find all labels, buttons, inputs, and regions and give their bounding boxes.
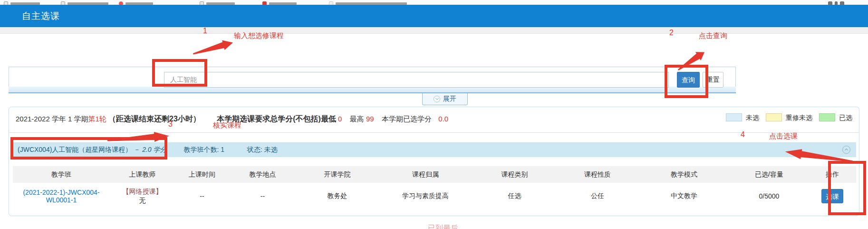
- annotation-step-3-number: 3: [168, 120, 173, 129]
- expand-label: 展开: [443, 95, 456, 103]
- annotation-arrow-1: [192, 38, 234, 58]
- class-nature: 公任: [557, 183, 638, 209]
- col-header-belong: 课程归属: [378, 166, 473, 183]
- credit-min-value: 0: [338, 115, 342, 123]
- subheader-strip: [0, 27, 868, 34]
- folder-icon: [4, 1, 8, 5]
- class-mode: 中文教学: [638, 183, 730, 209]
- highlight-box-search-input: [152, 59, 207, 87]
- annotation-step-1-text: 输入想选修课程: [234, 31, 284, 40]
- red-circle-icon: [119, 1, 123, 5]
- table-row: (2021-2022-1)-JWCX004-WL0001-1 【网络授课】无 -…: [13, 183, 856, 209]
- folder-icon: [61, 1, 65, 5]
- col-header-mode: 教学模式: [638, 166, 730, 183]
- page-header: 自主选课: [0, 5, 868, 27]
- semester-info-row: 2021-2022 学年 1 学期第1轮 （距选课结束还剩23小时） 本学期选课…: [9, 107, 859, 133]
- search-panel-footer-strip: [9, 87, 736, 93]
- teacher-name: 无: [139, 197, 146, 204]
- bookmark-item[interactable]: [329, 0, 407, 5]
- legend-swatch-selected: [819, 113, 835, 121]
- class-capacity: 0/5000: [730, 183, 809, 209]
- class-time: --: [175, 183, 229, 209]
- selected-credit-label: 本学期已选学分: [382, 115, 432, 123]
- col-header-college: 开课学院: [296, 166, 378, 183]
- highlight-box-action-column: [828, 161, 866, 215]
- class-belong: 学习与素质提高: [378, 183, 473, 209]
- legend-item-retake: 重修未选: [766, 113, 812, 122]
- annotation-step-4-number: 4: [741, 130, 745, 139]
- results-panel: 2021-2022 学年 1 学期第1轮 （距选课结束还剩23小时） 本学期选课…: [9, 107, 859, 216]
- col-header-time: 上课时间: [175, 166, 229, 183]
- legend-swatch-unselected: [726, 113, 742, 121]
- legend-swatch-retake: [766, 113, 782, 121]
- col-header-teacher: 上课教师: [110, 166, 175, 183]
- col-header-class: 教学班: [13, 166, 110, 183]
- annotation-step-1-number: 1: [203, 27, 207, 35]
- annotation-step-2-number: 2: [669, 29, 674, 37]
- list-end-text: 已到最后: [428, 224, 458, 229]
- class-place: --: [229, 183, 296, 209]
- selected-credit-value: 0.0: [438, 115, 448, 123]
- page-icon: [329, 1, 333, 5]
- col-header-place: 教学地点: [229, 166, 296, 183]
- annotation-step-2-text: 点击查询: [699, 31, 727, 40]
- collapse-chevron-up-icon[interactable]: [842, 146, 850, 154]
- class-id-link[interactable]: (2021-2022-1)-JWCX004-WL0001-1: [23, 189, 99, 204]
- annotation-step-4-text: 点击选课: [769, 132, 798, 141]
- col-header-capacity: 已选/容量: [730, 166, 809, 183]
- class-count-value: 1: [221, 146, 224, 153]
- teacher-tag: 【网络授课】: [123, 188, 163, 195]
- annotation-step-3-text: 核实课程: [213, 121, 241, 130]
- course-search-input[interactable]: [164, 72, 669, 88]
- folder-icon: [200, 1, 204, 5]
- browser-toolbar-icons[interactable]: [828, 0, 844, 5]
- term-text: 2021-2022 学年 1 学期: [16, 115, 88, 123]
- credit-max-value: 99: [366, 115, 374, 123]
- toolbar-icon: [840, 1, 844, 5]
- toolbar-icon: [835, 1, 838, 5]
- chevron-down-circle-icon: [434, 96, 440, 102]
- bookmark-item[interactable]: [262, 0, 297, 5]
- class-college: 教务处: [296, 183, 378, 209]
- device-icon: [828, 1, 832, 5]
- countdown-text: （距选课结束还剩23小时）: [108, 115, 201, 123]
- bookmark-item[interactable]: [61, 0, 108, 5]
- browser-bookmarks-bar: [0, 0, 868, 5]
- course-status-value: 未选: [264, 146, 278, 153]
- table-header-row: 教学班 上课教师 上课时间 教学地点 开课学院 课程归属 课程类别 课程性质 教…: [13, 166, 856, 183]
- legend-item-selected: 已选: [819, 113, 852, 122]
- round-text: 第1轮: [88, 115, 106, 123]
- bookmark-item[interactable]: [200, 0, 235, 5]
- red-badge-icon: [262, 1, 267, 5]
- course-status-label: 状态:: [247, 146, 264, 153]
- class-count-label: 教学班个数:: [183, 146, 221, 153]
- bookmark-item[interactable]: [4, 0, 40, 5]
- expand-toggle-tab[interactable]: 展开: [422, 93, 468, 105]
- status-legend: 未选 重修未选 已选: [726, 113, 852, 122]
- class-table: 教学班 上课教师 上课时间 教学地点 开课学院 课程归属 课程类别 课程性质 教…: [13, 166, 856, 209]
- page-title: 自主选课: [22, 5, 60, 27]
- bookmark-item[interactable]: [119, 0, 153, 5]
- credit-max-label: 最高: [350, 115, 364, 123]
- class-category: 任选: [473, 183, 557, 209]
- legend-item-unselected: 未选: [726, 113, 759, 122]
- col-header-nature: 课程性质: [557, 166, 638, 183]
- col-header-category: 课程类别: [473, 166, 557, 183]
